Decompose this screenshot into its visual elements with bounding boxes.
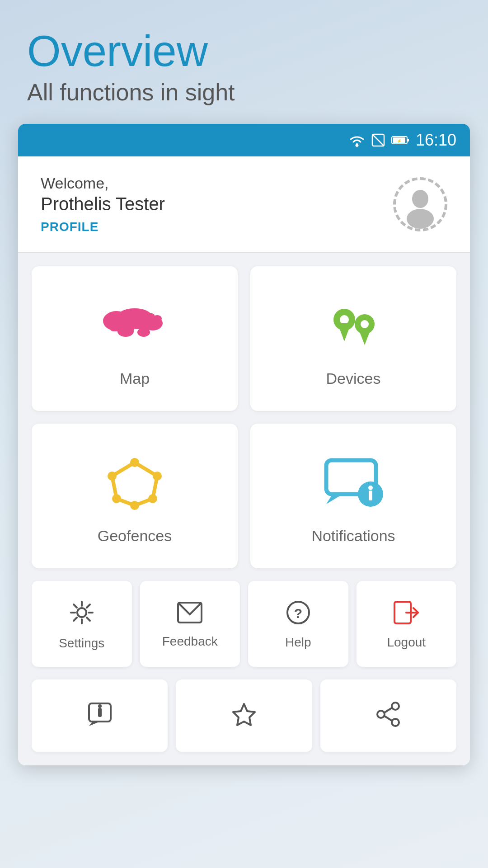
message-info-button[interactable] <box>32 679 168 752</box>
help-label: Help <box>285 635 311 650</box>
sim-icon <box>371 133 385 147</box>
devices-label: Devices <box>326 370 381 387</box>
devices-icon <box>317 294 389 357</box>
settings-button[interactable]: Settings <box>32 581 132 667</box>
status-time: 16:10 <box>416 131 456 150</box>
svg-point-33 <box>368 486 373 490</box>
svg-point-55 <box>392 719 399 726</box>
svg-rect-32 <box>369 491 372 500</box>
gear-icon <box>69 600 94 629</box>
map-card[interactable]: Map <box>32 266 238 411</box>
svg-point-54 <box>377 711 385 718</box>
svg-rect-50 <box>98 708 102 717</box>
notifications-label: Notifications <box>311 527 395 545</box>
page-subtitle: All functions in sight <box>27 79 461 106</box>
question-icon: ? <box>286 601 310 628</box>
svg-line-56 <box>385 708 392 712</box>
svg-marker-19 <box>338 323 351 341</box>
svg-line-57 <box>385 716 392 721</box>
welcome-text: Welcome, <box>41 175 165 192</box>
svg-point-53 <box>392 703 399 710</box>
map-icon <box>99 294 171 357</box>
svg-line-39 <box>74 604 77 608</box>
svg-point-23 <box>130 458 139 467</box>
svg-rect-15 <box>110 318 135 331</box>
main-grid: Map <box>18 253 470 568</box>
avatar-icon <box>404 186 436 222</box>
wifi-icon <box>349 134 365 146</box>
settings-label: Settings <box>59 636 104 651</box>
page-title: Overview <box>27 27 461 75</box>
bottom-row: Settings Feedback ? <box>18 568 470 671</box>
svg-rect-5 <box>407 139 409 142</box>
svg-point-25 <box>148 494 157 503</box>
notifications-card[interactable]: Notifications <box>250 424 456 568</box>
svg-line-42 <box>74 618 77 621</box>
svg-point-8 <box>407 209 434 229</box>
svg-text:⚡: ⚡ <box>396 138 402 144</box>
profile-link[interactable]: PROFILE <box>41 220 165 234</box>
status-bar: ⚡ 16:10 <box>18 124 470 156</box>
logout-button[interactable]: Logout <box>357 581 457 667</box>
profile-section: Welcome, Prothelis Tester PROFILE <box>18 156 470 253</box>
svg-point-24 <box>153 472 162 481</box>
status-icons: ⚡ 16:10 <box>349 131 456 150</box>
svg-line-41 <box>87 604 90 608</box>
profile-text: Welcome, Prothelis Tester PROFILE <box>41 175 165 234</box>
help-button[interactable]: ? Help <box>248 581 348 667</box>
svg-point-0 <box>356 143 358 146</box>
share-button[interactable] <box>320 679 456 752</box>
svg-point-51 <box>98 704 102 708</box>
feedback-label: Feedback <box>162 634 218 649</box>
svg-line-2 <box>372 134 384 146</box>
envelope-icon <box>177 602 202 627</box>
avatar[interactable] <box>393 177 447 231</box>
extra-row <box>18 679 470 765</box>
map-label: Map <box>120 370 150 387</box>
message-info-icon <box>87 702 113 732</box>
svg-point-27 <box>112 494 121 503</box>
svg-marker-52 <box>233 704 255 725</box>
geofences-card[interactable]: Geofences <box>32 424 238 568</box>
svg-point-28 <box>108 472 117 481</box>
svg-line-40 <box>87 618 90 621</box>
notifications-icon <box>317 451 389 514</box>
favorites-button[interactable] <box>176 679 312 752</box>
svg-marker-22 <box>358 329 371 345</box>
svg-point-34 <box>77 608 86 617</box>
geofences-label: Geofences <box>98 527 172 545</box>
svg-point-26 <box>130 501 139 510</box>
app-content: Welcome, Prothelis Tester PROFILE <box>18 156 470 765</box>
devices-card[interactable]: Devices <box>250 266 456 411</box>
page-header: Overview All functions in sight <box>0 0 488 124</box>
svg-point-18 <box>340 315 349 324</box>
logout-label: Logout <box>387 635 426 650</box>
feedback-button[interactable]: Feedback <box>140 581 240 667</box>
svg-text:?: ? <box>294 606 302 621</box>
phone-frame: ⚡ 16:10 Welcome, Prothelis Tester PROFIL… <box>18 124 470 765</box>
svg-rect-16 <box>132 313 155 329</box>
geofences-icon <box>99 451 171 514</box>
battery-icon: ⚡ <box>391 135 409 146</box>
share-icon <box>375 702 401 732</box>
svg-point-7 <box>412 190 428 208</box>
user-name: Prothelis Tester <box>41 194 165 214</box>
svg-point-21 <box>361 320 369 328</box>
star-icon <box>231 702 257 732</box>
logout-icon <box>394 601 419 628</box>
